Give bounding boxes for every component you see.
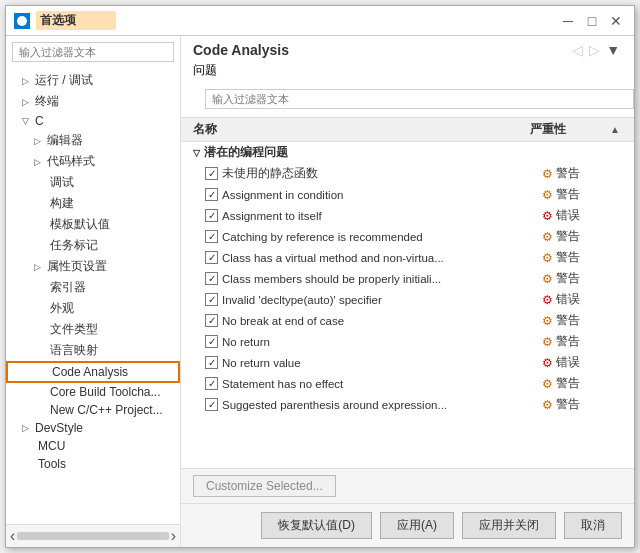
tree-item-mcu[interactable]: MCU bbox=[6, 437, 180, 455]
minimize-button[interactable]: ─ bbox=[558, 11, 578, 31]
row-severity: ⚙ 警告 bbox=[542, 312, 622, 329]
table-row: No return ⚙ 警告 bbox=[181, 331, 634, 352]
table-row: Suggested parenthesis around expression.… bbox=[181, 394, 634, 415]
tree-item-code-style[interactable]: ▷ 代码样式 bbox=[6, 151, 180, 172]
row-severity: ⚙ 警告 bbox=[542, 270, 622, 287]
tree-item-code-analysis[interactable]: Code Analysis bbox=[6, 361, 180, 383]
customize-button[interactable]: Customize Selected... bbox=[193, 475, 336, 497]
nav-dropdown-icon[interactable]: ▼ bbox=[604, 42, 622, 58]
warning-icon: ⚙ bbox=[542, 230, 553, 244]
table-row: Class members should be properly initial… bbox=[181, 268, 634, 289]
tree-item-debug[interactable]: 调试 bbox=[6, 172, 180, 193]
tree-item-c[interactable]: ▽ C bbox=[6, 112, 180, 130]
tree-item-task-markers[interactable]: 任务标记 bbox=[6, 235, 180, 256]
cancel-button[interactable]: 取消 bbox=[564, 512, 622, 539]
warning-icon: ⚙ bbox=[542, 272, 553, 286]
main-content: ▷ 运行 / 调试 ▷ 终端 ▽ C ▷ 编辑器 ▷ 代码样式 bbox=[6, 36, 634, 547]
row-severity: ⚙ 警告 bbox=[542, 249, 622, 266]
row-severity: ⚙ 警告 bbox=[542, 333, 622, 350]
row-checkbox[interactable] bbox=[205, 209, 218, 222]
left-filter-input[interactable] bbox=[12, 42, 174, 62]
section-label: 问题 bbox=[193, 63, 217, 77]
row-checkbox[interactable] bbox=[205, 356, 218, 369]
col-severity-header: 严重性 bbox=[530, 121, 610, 138]
tree-item-new-project[interactable]: New C/C++ Project... bbox=[6, 401, 180, 419]
close-button[interactable]: ✕ bbox=[606, 11, 626, 31]
tree-item-core-build[interactable]: Core Build Toolcha... bbox=[6, 383, 180, 401]
table-row: Assignment to itself ⚙ 错误 bbox=[181, 205, 634, 226]
sort-icon: ▲ bbox=[610, 124, 622, 135]
row-checkbox[interactable] bbox=[205, 335, 218, 348]
row-name: No break at end of case bbox=[222, 315, 538, 327]
row-name: No return bbox=[222, 336, 538, 348]
tree-item-devstyle[interactable]: ▷ DevStyle bbox=[6, 419, 180, 437]
apply-close-button[interactable]: 应用并关闭 bbox=[462, 512, 556, 539]
row-checkbox[interactable] bbox=[205, 167, 218, 180]
nav-forward-icon[interactable]: ▷ bbox=[587, 42, 602, 58]
row-name: Assignment in condition bbox=[222, 189, 538, 201]
expand-icon: ▷ bbox=[22, 97, 32, 107]
warning-icon: ⚙ bbox=[542, 377, 553, 391]
warning-icon: ⚙ bbox=[542, 398, 553, 412]
table-header: 名称 严重性 ▲ bbox=[181, 117, 634, 142]
group-expand-icon[interactable]: ▽ bbox=[193, 148, 200, 158]
tree-item-terminal[interactable]: ▷ 终端 bbox=[6, 91, 180, 112]
row-severity: ⚙ 错误 bbox=[542, 354, 622, 371]
tree-item-template-defaults[interactable]: 模板默认值 bbox=[6, 214, 180, 235]
right-filter-input[interactable] bbox=[205, 89, 634, 109]
row-severity: ⚙ 警告 bbox=[542, 228, 622, 245]
restore-defaults-button[interactable]: 恢复默认值(D) bbox=[261, 512, 372, 539]
window-controls: ─ □ ✕ bbox=[558, 11, 626, 31]
row-name: No return value bbox=[222, 357, 538, 369]
tree-item-property-pages[interactable]: ▷ 属性页设置 bbox=[6, 256, 180, 277]
row-severity: ⚙ 警告 bbox=[542, 165, 622, 182]
svg-point-0 bbox=[17, 16, 27, 26]
tree-item-language-mapping[interactable]: 语言映射 bbox=[6, 340, 180, 361]
tree-item-file-types[interactable]: 文件类型 bbox=[6, 319, 180, 340]
warning-icon: ⚙ bbox=[542, 167, 553, 181]
warning-icon: ⚙ bbox=[542, 188, 553, 202]
tree-item-tools[interactable]: Tools bbox=[6, 455, 180, 473]
tree-item-editor[interactable]: ▷ 编辑器 bbox=[6, 130, 180, 151]
tree-item-indexer[interactable]: 索引器 bbox=[6, 277, 180, 298]
left-panel-scrollbar bbox=[17, 532, 168, 540]
table-row: Class has a virtual method and non-virtu… bbox=[181, 247, 634, 268]
row-name: Suggested parenthesis around expression.… bbox=[222, 399, 538, 411]
row-name: Invalid 'decltype(auto)' specifier bbox=[222, 294, 538, 306]
bottom-bar: Customize Selected... bbox=[181, 468, 634, 503]
row-name: Class members should be properly initial… bbox=[222, 273, 538, 285]
row-name: Statement has no effect bbox=[222, 378, 538, 390]
tree-item-run-debug[interactable]: ▷ 运行 / 调试 bbox=[6, 70, 180, 91]
apply-button[interactable]: 应用(A) bbox=[380, 512, 454, 539]
tree-item-appearance[interactable]: 外观 bbox=[6, 298, 180, 319]
tree-item-build[interactable]: 构建 bbox=[6, 193, 180, 214]
table-row: No return value ⚙ 错误 bbox=[181, 352, 634, 373]
row-checkbox[interactable] bbox=[205, 188, 218, 201]
nav-back-icon[interactable]: ◁ bbox=[570, 42, 585, 58]
row-name: Assignment to itself bbox=[222, 210, 538, 222]
title-bar: 首选项 ─ □ ✕ bbox=[6, 6, 634, 36]
expand-icon: ▷ bbox=[34, 262, 44, 272]
expand-icon: ▽ bbox=[22, 116, 32, 126]
section-label-row: 问题 bbox=[181, 60, 634, 83]
row-name: Class has a virtual method and non-virtu… bbox=[222, 252, 538, 264]
left-panel-left-arrow[interactable]: ‹ bbox=[10, 527, 15, 545]
left-panel-right-arrow[interactable]: › bbox=[171, 527, 176, 545]
dialog-title: 首选项 bbox=[36, 11, 116, 30]
row-checkbox[interactable] bbox=[205, 272, 218, 285]
row-checkbox[interactable] bbox=[205, 314, 218, 327]
row-severity: ⚙ 错误 bbox=[542, 207, 622, 224]
maximize-button[interactable]: □ bbox=[582, 11, 602, 31]
row-checkbox[interactable] bbox=[205, 377, 218, 390]
row-severity: ⚙ 警告 bbox=[542, 396, 622, 413]
footer: 恢复默认值(D) 应用(A) 应用并关闭 取消 bbox=[181, 503, 634, 547]
error-icon: ⚙ bbox=[542, 356, 553, 370]
row-checkbox[interactable] bbox=[205, 230, 218, 243]
warning-icon: ⚙ bbox=[542, 335, 553, 349]
table-row: 未使用的静态函数 ⚙ 警告 bbox=[181, 163, 634, 184]
error-icon: ⚙ bbox=[542, 293, 553, 307]
row-checkbox[interactable] bbox=[205, 251, 218, 264]
row-checkbox[interactable] bbox=[205, 398, 218, 411]
row-checkbox[interactable] bbox=[205, 293, 218, 306]
preferences-dialog: 首选项 ─ □ ✕ ▷ 运行 / 调试 ▷ 终端 ▽ bbox=[5, 5, 635, 548]
